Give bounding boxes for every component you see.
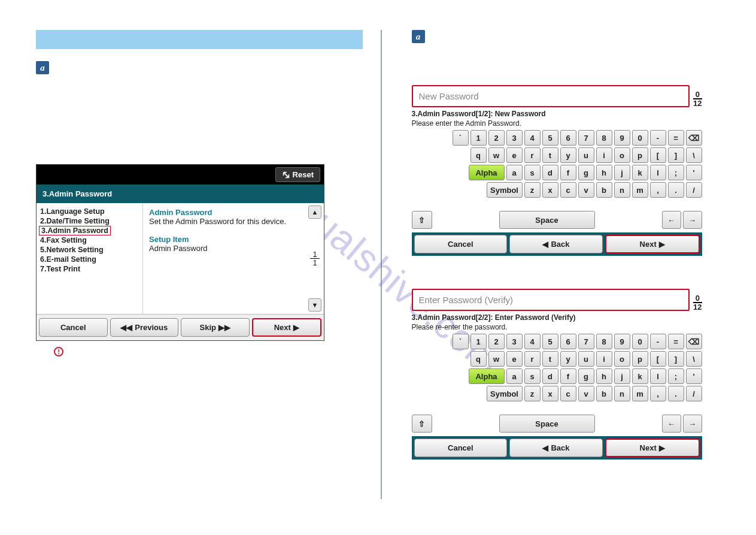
key-b[interactable]: b: [596, 386, 612, 401]
previous-button[interactable]: ◀◀Previous: [110, 318, 179, 337]
key-i[interactable]: i: [596, 147, 612, 163]
key-8[interactable]: 8: [596, 130, 612, 146]
skip-button[interactable]: Skip▶▶: [181, 318, 250, 337]
key-'[interactable]: ': [686, 368, 702, 384]
key-q[interactable]: q: [470, 351, 487, 367]
key-m[interactable]: m: [632, 182, 648, 198]
key-`[interactable]: `: [453, 334, 469, 349]
key-z[interactable]: z: [524, 386, 541, 401]
alpha-mode-button[interactable]: Alpha: [469, 165, 505, 180]
cancel-button[interactable]: Cancel: [414, 439, 508, 457]
backspace-key[interactable]: ⌫: [686, 130, 702, 146]
wizard-step-6[interactable]: 6.E-mail Setting: [39, 255, 140, 264]
key-\[interactable]: \: [686, 351, 702, 367]
key-t[interactable]: t: [542, 351, 558, 367]
key-][interactable]: ]: [668, 351, 684, 367]
key-0[interactable]: 0: [632, 334, 648, 349]
key-l[interactable]: l: [650, 165, 666, 180]
key-1[interactable]: 1: [470, 130, 487, 146]
key-r[interactable]: r: [524, 147, 541, 163]
key-j[interactable]: j: [614, 368, 630, 384]
key-k[interactable]: k: [632, 165, 648, 180]
key-f[interactable]: f: [560, 368, 576, 384]
key-,[interactable]: ,: [650, 386, 666, 401]
key-1[interactable]: 1: [470, 334, 487, 349]
key-g[interactable]: g: [578, 368, 594, 384]
key-e[interactable]: e: [506, 147, 523, 163]
key-3[interactable]: 3: [506, 334, 523, 349]
key-x[interactable]: x: [542, 182, 558, 198]
key-h[interactable]: h: [596, 165, 612, 180]
key-c[interactable]: c: [560, 182, 576, 198]
symbol-mode-button[interactable]: Symbol: [487, 182, 523, 198]
key-k[interactable]: k: [632, 368, 648, 384]
key--[interactable]: -: [650, 130, 666, 146]
key-2[interactable]: 2: [488, 130, 505, 146]
key-w[interactable]: w: [488, 147, 505, 163]
key-d[interactable]: d: [542, 165, 558, 180]
verify-password-input[interactable]: Enter Password (Verify): [412, 289, 690, 311]
key-z[interactable]: z: [524, 182, 541, 198]
wizard-step-1[interactable]: 1.Language Setup: [39, 207, 140, 216]
key-l[interactable]: l: [650, 368, 666, 384]
key-c[interactable]: c: [560, 386, 576, 401]
key-n[interactable]: n: [614, 182, 630, 198]
cursor-left-key[interactable]: ←: [662, 211, 681, 229]
key-r[interactable]: r: [524, 351, 541, 367]
key-3[interactable]: 3: [506, 130, 523, 146]
key-`[interactable]: `: [453, 130, 469, 146]
scroll-down-button[interactable]: ▼: [308, 298, 321, 312]
key-x[interactable]: x: [542, 386, 558, 401]
key-o[interactable]: o: [614, 351, 630, 367]
key-a[interactable]: a: [506, 165, 523, 180]
key-5[interactable]: 5: [542, 130, 558, 146]
backspace-key[interactable]: ⌫: [686, 334, 702, 349]
key-b[interactable]: b: [596, 182, 612, 198]
alpha-mode-button[interactable]: Alpha: [469, 368, 505, 384]
reset-button[interactable]: Reset: [275, 167, 320, 182]
wizard-step-3[interactable]: 3.Admin Password: [39, 226, 111, 235]
cursor-left-key[interactable]: ←: [662, 415, 681, 433]
key-[[interactable]: [: [650, 351, 666, 367]
wizard-step-4[interactable]: 4.Fax Setting: [39, 235, 140, 245]
key-6[interactable]: 6: [560, 130, 576, 146]
key-j[interactable]: j: [614, 165, 630, 180]
wizard-step-5[interactable]: 5.Network Setting: [39, 245, 140, 255]
back-button[interactable]: ◀Back: [509, 439, 603, 457]
key-.[interactable]: .: [668, 182, 684, 198]
key-g[interactable]: g: [578, 165, 594, 180]
key-h[interactable]: h: [596, 368, 612, 384]
key-;[interactable]: ;: [668, 165, 684, 180]
key-y[interactable]: y: [560, 351, 576, 367]
space-key[interactable]: Space: [499, 211, 595, 229]
next-button[interactable]: Next▶: [605, 439, 700, 457]
key-5[interactable]: 5: [542, 334, 558, 349]
key-=[interactable]: =: [668, 130, 684, 146]
key-f[interactable]: f: [560, 165, 576, 180]
key-4[interactable]: 4: [524, 130, 541, 146]
wizard-step-2[interactable]: 2.Date/Time Setting: [39, 216, 140, 226]
key-7[interactable]: 7: [578, 334, 594, 349]
key-][interactable]: ]: [668, 147, 684, 163]
key-d[interactable]: d: [542, 368, 558, 384]
key-p[interactable]: p: [632, 147, 648, 163]
key-;[interactable]: ;: [668, 368, 684, 384]
key-e[interactable]: e: [506, 351, 523, 367]
key--[interactable]: -: [650, 334, 666, 349]
key-9[interactable]: 9: [614, 334, 630, 349]
key-t[interactable]: t: [542, 147, 558, 163]
wizard-step-7[interactable]: 7.Test Print: [39, 264, 140, 274]
key-s[interactable]: s: [524, 165, 541, 180]
key-,[interactable]: ,: [650, 182, 666, 198]
key-'[interactable]: ': [686, 165, 702, 180]
key-\[interactable]: \: [686, 147, 702, 163]
key-v[interactable]: v: [578, 386, 594, 401]
key-p[interactable]: p: [632, 351, 648, 367]
key-2[interactable]: 2: [488, 334, 505, 349]
key-i[interactable]: i: [596, 351, 612, 367]
shift-key[interactable]: ⇧: [412, 211, 432, 229]
cursor-right-key[interactable]: →: [683, 415, 702, 433]
key-7[interactable]: 7: [578, 130, 594, 146]
cancel-button[interactable]: Cancel: [39, 318, 108, 337]
key-a[interactable]: a: [506, 368, 523, 384]
